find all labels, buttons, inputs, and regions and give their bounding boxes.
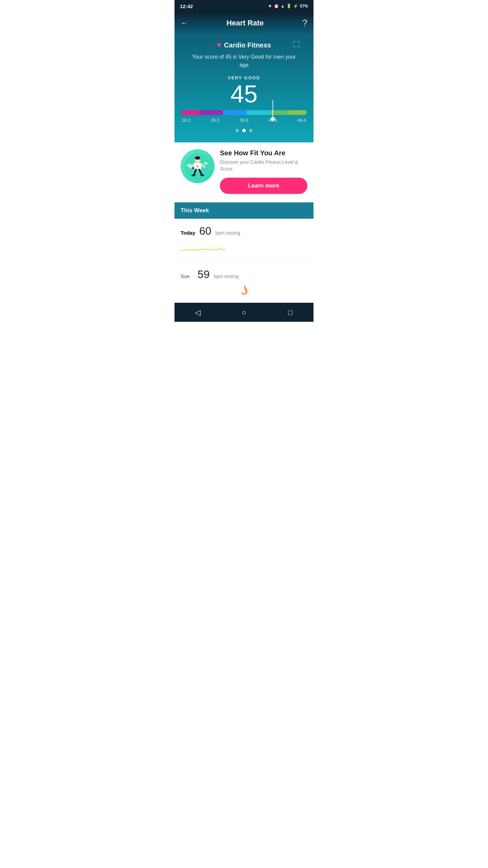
bar-labels: 30.2 35.0 39.8 44.6 49.4 [181, 118, 307, 123]
bottom-nav: ◁ ○ □ [175, 303, 313, 322]
progress-dot [271, 117, 275, 121]
help-button[interactable]: ? [302, 18, 307, 28]
nav-recents-button[interactable]: □ [280, 307, 301, 319]
bar-label-2: 39.8 [240, 118, 248, 123]
dot-1[interactable] [242, 129, 246, 132]
bpm-unit-today: bpm resting [216, 230, 240, 236]
bar-segment-purple [200, 110, 223, 115]
header: ← Heart Rate ? [175, 12, 313, 34]
this-week-header: This Week [175, 202, 313, 219]
day-row-top-sun: Sun 59 bpm resting [181, 268, 307, 281]
day-row-today: Today 60 bpm resting [175, 219, 313, 262]
cardio-section: ♥ Cardio Fitness ⛶ Your score of 45 is V… [175, 34, 313, 142]
svg-point-2 [204, 162, 208, 165]
bar-segment-lgreen [288, 110, 307, 115]
flame-row [181, 284, 307, 298]
progress-bar-container: 30.2 35.0 39.8 44.6 49.4 [181, 110, 307, 123]
alarm-icon: ⏰ [274, 4, 279, 8]
cardio-title-row: ♥ Cardio Fitness ⛶ [181, 41, 307, 53]
bar-label-0: 30.2 [182, 118, 190, 123]
page-title: Heart Rate [226, 19, 264, 27]
bar-segment-blue [223, 110, 247, 115]
this-week-label: This Week [181, 207, 209, 214]
nav-home-button[interactable]: ○ [234, 307, 254, 319]
svg-point-4 [195, 156, 200, 160]
score-value: 45 [181, 82, 307, 106]
heart-icon: ♥ [217, 41, 221, 50]
nav-back-button[interactable]: ◁ [187, 307, 208, 319]
signal-icon: ▲ [281, 4, 285, 8]
expand-icon[interactable]: ⛶ [293, 41, 300, 48]
promo-content: See How Fit You Are Discover your Cardio… [220, 149, 307, 194]
promo-card: ♥ See How Fit You Are Discover your Card… [175, 142, 313, 202]
score-label: VERY GOOD [181, 75, 307, 80]
svg-point-13 [200, 174, 204, 176]
charging-icon: ⚡ [293, 4, 298, 8]
promo-avatar: ♥ [181, 149, 215, 183]
heart-rate-chart-today [181, 242, 248, 256]
bar-segment-red [181, 110, 200, 115]
bar-label-1: 35.0 [211, 118, 219, 123]
bar-segment-teal [247, 110, 270, 115]
svg-rect-7 [192, 167, 194, 169]
bpm-sun: 59 [198, 268, 210, 281]
day-label-today: Today [181, 230, 195, 236]
svg-text:♥: ♥ [197, 164, 199, 168]
learn-more-button[interactable]: Learn more [220, 178, 307, 194]
carousel-dots [181, 129, 307, 132]
bpm-today: 60 [199, 225, 211, 237]
day-row-top-today: Today 60 bpm resting [181, 225, 307, 237]
dot-2[interactable] [249, 129, 252, 132]
cardio-subtitle: Your score of 45 is Very Good for men yo… [190, 53, 298, 69]
bar-label-4: 49.4 [298, 118, 306, 123]
back-button[interactable]: ← [181, 19, 188, 27]
status-bar: 12:42 ⭘ ⏰ ▲ 🔋 ⚡ 57% [175, 0, 313, 12]
flame-icon [238, 284, 250, 298]
status-time: 12:42 [180, 3, 193, 9]
fitness-character-icon: ♥ [184, 153, 211, 180]
cardio-title-text: Cardio Fitness [224, 41, 271, 49]
progress-indicator [272, 100, 273, 120]
cardio-title: ♥ Cardio Fitness [217, 41, 271, 50]
svg-point-12 [191, 174, 196, 176]
battery-percent: 57% [300, 4, 308, 8]
promo-description: Discover your Cardio Fitness Level & Sco… [220, 159, 307, 172]
day-row-sun: Sun 59 bpm resting [175, 262, 313, 303]
promo-title: See How Fit You Are [220, 149, 307, 157]
bpm-unit-sun: bpm resting [214, 274, 239, 279]
battery-icon: 🔋 [286, 4, 291, 8]
bluetooth-icon: ⭘ [268, 4, 272, 8]
status-icons: ⭘ ⏰ ▲ 🔋 ⚡ 57% [268, 4, 308, 8]
day-label-sun: Sun [181, 273, 194, 279]
dot-0[interactable] [236, 129, 239, 132]
progress-bar [181, 110, 307, 115]
